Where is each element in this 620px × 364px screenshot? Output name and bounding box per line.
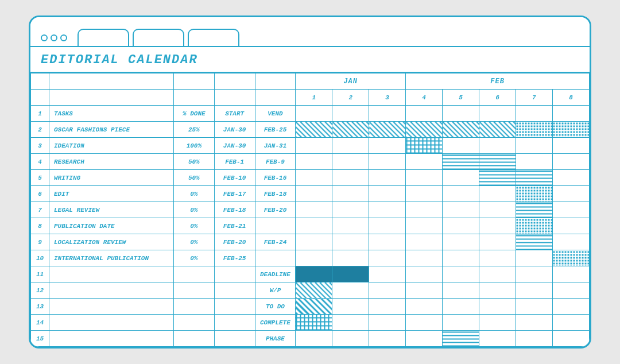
tabs <box>78 29 239 46</box>
gantt-cell <box>332 282 369 299</box>
gantt-cell <box>332 299 369 315</box>
week-5: 5 <box>443 90 479 106</box>
row-pct <box>173 331 214 347</box>
row-start: FEB-20 <box>214 234 255 250</box>
empty-cell <box>214 90 255 106</box>
gantt-table: JAN FEB 1 2 3 4 5 6 7 8 <box>30 73 590 347</box>
page-title: EDITORIAL CALENDAR <box>41 53 579 67</box>
window-dots <box>41 34 67 41</box>
row-start <box>214 315 255 331</box>
row-task <box>49 331 173 347</box>
gantt-cell <box>516 282 552 299</box>
tab-1[interactable] <box>78 29 129 46</box>
gantt-cell <box>443 154 479 170</box>
row-vend: FEB-24 <box>255 234 296 250</box>
gantt-cell <box>479 282 516 299</box>
gantt-cell <box>406 282 443 299</box>
row-start <box>214 299 255 315</box>
row-start: FEB-21 <box>214 218 255 234</box>
gantt-cell <box>443 250 479 266</box>
table-row: 8PUBLICATION DATE0%FEB-21 <box>31 218 590 234</box>
row-num: 12 <box>31 282 49 299</box>
row-start: JAN-30 <box>214 122 255 138</box>
gantt-cell <box>296 315 332 331</box>
gantt-cell <box>443 170 479 186</box>
row-vend: FEB-20 <box>255 202 296 218</box>
gantt-cell <box>479 122 516 138</box>
row-start <box>214 331 255 347</box>
week-6: 6 <box>479 90 516 106</box>
gantt-cell <box>332 266 369 282</box>
row-vend: W/P <box>255 282 296 299</box>
gantt-cell <box>369 138 406 154</box>
row-start <box>214 282 255 299</box>
tab-3[interactable] <box>188 29 239 46</box>
empty-cell <box>255 90 296 106</box>
gantt-cell <box>479 331 516 347</box>
row-task <box>49 266 173 282</box>
gantt-cell <box>332 218 369 234</box>
row-start: FEB-1 <box>214 154 255 170</box>
header-cell: TASKS <box>49 106 173 122</box>
gantt-cell <box>552 202 589 218</box>
gantt-cell <box>332 250 369 266</box>
header-week-cell <box>552 106 589 122</box>
gantt-cell <box>369 331 406 347</box>
gantt-cell <box>443 202 479 218</box>
gantt-cell <box>406 250 443 266</box>
row-start: FEB-17 <box>214 186 255 202</box>
row-task: OSCAR FASHIONS PIECE <box>49 122 173 138</box>
table-row: 14COMPLETE <box>31 315 590 331</box>
table-row: 15PHASE <box>31 331 590 347</box>
row-start: FEB-18 <box>214 202 255 218</box>
gantt-cell <box>369 170 406 186</box>
gantt-cell <box>332 315 369 331</box>
tab-2[interactable] <box>133 29 184 46</box>
row-num: 14 <box>31 315 49 331</box>
gantt-cell <box>332 138 369 154</box>
week-3: 3 <box>369 90 406 106</box>
row-pct: 0% <box>173 250 214 266</box>
gantt-cell <box>516 315 552 331</box>
row-num: 6 <box>31 186 49 202</box>
week-8: 8 <box>552 90 589 106</box>
header-week-cell <box>516 106 552 122</box>
gantt-cell <box>369 266 406 282</box>
gantt-cell <box>552 122 589 138</box>
gantt-cell <box>479 266 516 282</box>
table-row: 10INTERNATIONAL PUBLICATION0%FEB-25 <box>31 250 590 266</box>
gantt-cell <box>516 170 552 186</box>
gantt-cell <box>369 234 406 250</box>
week-2: 2 <box>332 90 369 106</box>
gantt-cell <box>406 154 443 170</box>
empty-cell <box>31 73 49 90</box>
row-num: 11 <box>31 266 49 282</box>
gantt-cell <box>296 234 332 250</box>
empty-cell <box>214 73 255 90</box>
gantt-cell <box>332 186 369 202</box>
gantt-cell <box>296 186 332 202</box>
row-num: 10 <box>31 250 49 266</box>
gantt-cell <box>443 138 479 154</box>
row-pct: 100% <box>173 138 214 154</box>
gantt-cell <box>443 218 479 234</box>
row-pct: 0% <box>173 186 214 202</box>
empty-cell <box>173 73 214 90</box>
gantt-cell <box>479 250 516 266</box>
gantt-cell <box>296 122 332 138</box>
gantt-cell <box>296 266 332 282</box>
gantt-cell <box>552 315 589 331</box>
empty-cell <box>31 90 49 106</box>
gantt-cell <box>516 234 552 250</box>
gantt-cell <box>406 202 443 218</box>
gantt-cell <box>443 282 479 299</box>
table-row: 1TASKS% DONESTARTVEND <box>31 106 590 122</box>
header-week-cell <box>406 106 443 122</box>
gantt-cell <box>296 138 332 154</box>
gantt-cell <box>552 186 589 202</box>
gantt-cell <box>552 170 589 186</box>
gantt-cell <box>406 315 443 331</box>
row-num: 8 <box>31 218 49 234</box>
row-num: 13 <box>31 299 49 315</box>
gantt-cell <box>296 218 332 234</box>
